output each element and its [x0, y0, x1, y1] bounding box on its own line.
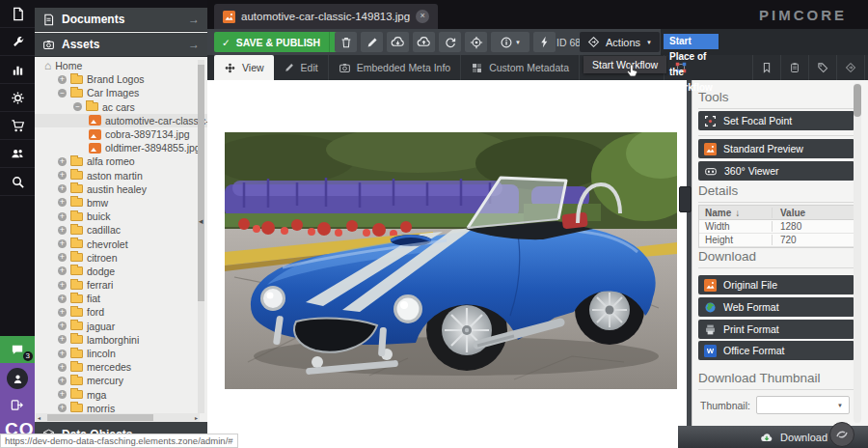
rail-reports-button[interactable] — [0, 56, 35, 84]
corner-badge-button[interactable] — [829, 422, 854, 447]
download-web-button[interactable]: Web Format — [698, 297, 854, 317]
tree-expander-icon[interactable] — [58, 377, 67, 385]
tree-vertical-scrollbar-thumb[interactable] — [198, 65, 204, 301]
download-print-button[interactable]: Print Format — [698, 320, 854, 339]
tab-custom-metadata[interactable]: Custom Metadata — [461, 55, 580, 80]
tree-item[interactable]: fiat — [35, 292, 207, 305]
tree-expander-icon[interactable] — [58, 308, 67, 317]
tree-expander-icon[interactable] — [58, 294, 67, 303]
tree-item[interactable]: ac cars — [35, 100, 207, 114]
tree-item[interactable]: alfa romeo — [35, 154, 207, 168]
tree-item[interactable]: morris — [35, 402, 207, 413]
delete-button[interactable] — [335, 32, 357, 52]
tree-expander-icon[interactable] — [58, 266, 67, 275]
tree-item[interactable]: dodge — [35, 265, 207, 278]
tree-expander-icon[interactable] — [58, 335, 67, 344]
tree-item[interactable]: ford — [35, 305, 207, 319]
rail-tools-button[interactable] — [0, 28, 35, 56]
tree-item[interactable]: buick — [35, 210, 207, 223]
tree-item[interactable]: Car Images — [35, 86, 207, 99]
tree-item[interactable]: chevrolet — [35, 237, 207, 250]
side-panel-scrollbar-thumb[interactable] — [854, 84, 861, 117]
tree-expander-icon[interactable] — [58, 212, 67, 221]
side-panel-scrollbar[interactable] — [854, 83, 861, 423]
actions-button[interactable]: Actions ▼ — [580, 32, 660, 52]
tree-expander-icon[interactable] — [58, 184, 67, 193]
thumbnail-select[interactable]: ▼ — [756, 396, 850, 414]
tree-item[interactable]: jaguar — [35, 320, 207, 333]
tree-expander-icon[interactable] — [58, 281, 67, 290]
tree-horizontal-scrollbar[interactable]: ◂ ▸ — [36, 413, 200, 422]
download-office-button[interactable]: Office Format — [698, 341, 854, 360]
details-column-value[interactable]: Value — [773, 208, 854, 218]
tree-item[interactable]: mercury — [35, 374, 207, 387]
download-version-button[interactable] — [387, 32, 409, 52]
tree-vertical-scrollbar[interactable] — [198, 60, 204, 413]
open-asset-tab[interactable]: automotive-car-classic-149813.jpg × — [214, 4, 438, 29]
tree-expander-icon[interactable] — [58, 322, 67, 330]
tab-view[interactable]: View — [214, 55, 274, 80]
tab-schedule-bookmark[interactable] — [753, 55, 781, 80]
tab-notes-events[interactable] — [781, 55, 809, 80]
rename-button[interactable] — [361, 32, 383, 52]
tree-expander-icon[interactable] — [58, 363, 67, 372]
tree-item[interactable]: mercedes — [35, 360, 207, 374]
rail-ecommerce-button[interactable] — [0, 112, 35, 140]
tree-expander-icon[interactable] — [58, 157, 67, 166]
info-button[interactable]: ▼ — [491, 32, 529, 52]
tree-item[interactable]: cadillac — [35, 223, 207, 237]
tab-dependencies[interactable] — [837, 55, 865, 80]
tab-edit[interactable]: Edit — [274, 55, 329, 80]
tree-expander-icon[interactable] — [73, 102, 82, 111]
tree-item[interactable]: oldtimer-3894855.jpg — [35, 141, 207, 154]
tree-item[interactable]: ferrari — [35, 278, 207, 292]
tree-item[interactable]: cobra-3897134.jpg — [35, 127, 207, 141]
tree-item[interactable]: aston martin — [35, 169, 207, 182]
tree-item[interactable]: bmw — [35, 196, 207, 210]
tree-item[interactable]: citroen — [35, 251, 207, 265]
standard-preview-button[interactable]: Standard Preview — [698, 139, 854, 158]
clear-cache-button[interactable] — [533, 32, 556, 52]
rail-users-button[interactable] — [0, 140, 35, 168]
locate-in-tree-button[interactable] — [465, 32, 487, 52]
tree-expander-icon[interactable] — [58, 239, 67, 248]
scroll-right-icon[interactable]: ▸ — [195, 414, 198, 421]
avatar[interactable] — [7, 368, 28, 389]
tree-expander-icon[interactable] — [58, 198, 67, 207]
documents-panel-header[interactable]: Documents → — [35, 8, 207, 32]
viewer-360-button[interactable]: 360° Viewer — [698, 161, 854, 181]
tree-item[interactable]: automotive-car-classic-14 — [35, 114, 207, 127]
tree-collapse-icon[interactable]: ◂ — [199, 216, 203, 226]
tree-item[interactable]: Brand Logos — [35, 72, 207, 86]
close-icon[interactable]: × — [416, 10, 429, 23]
tree-expander-icon[interactable] — [58, 390, 67, 399]
save-publish-button[interactable]: ✓ SAVE & PUBLISH ▼ — [214, 32, 349, 52]
details-column-name[interactable]: Name ↓ — [699, 208, 773, 218]
tree-item[interactable]: lincoln — [35, 347, 207, 360]
scroll-left-icon[interactable]: ◂ — [38, 414, 41, 421]
reload-button[interactable] — [439, 32, 461, 52]
tree-item[interactable]: lamborghini — [35, 333, 207, 347]
set-focal-point-button[interactable]: Set Focal Point — [698, 111, 854, 130]
footer-download-button[interactable]: Download — [759, 428, 827, 446]
assets-panel-header[interactable]: Assets → — [35, 33, 207, 57]
tree-expander-icon[interactable] — [58, 89, 67, 98]
upload-version-button[interactable] — [413, 32, 435, 52]
tree-expander-icon[interactable] — [58, 404, 67, 412]
panel-splitter-handle[interactable] — [679, 186, 692, 212]
tree-expander-icon[interactable] — [58, 350, 67, 358]
download-original-button[interactable]: Original File — [698, 275, 854, 294]
tree-expander-icon[interactable] — [58, 75, 67, 84]
rail-notifications-button[interactable]: 3 — [0, 336, 35, 363]
rail-settings-button[interactable] — [0, 84, 35, 112]
rail-search-button[interactable] — [0, 168, 35, 196]
tab-embedded-meta-info[interactable]: Embedded Meta Info — [329, 55, 461, 80]
logout-icon[interactable] — [10, 398, 24, 412]
tree-item[interactable]: Home — [35, 59, 207, 72]
tree-item[interactable]: austin healey — [35, 182, 207, 196]
tree-expander-icon[interactable] — [58, 226, 67, 235]
tree-horizontal-scrollbar-thumb[interactable] — [47, 414, 153, 421]
tree-expander-icon[interactable] — [58, 253, 67, 262]
tree-item[interactable]: mga — [35, 388, 207, 402]
rail-documents-button[interactable] — [0, 0, 35, 28]
